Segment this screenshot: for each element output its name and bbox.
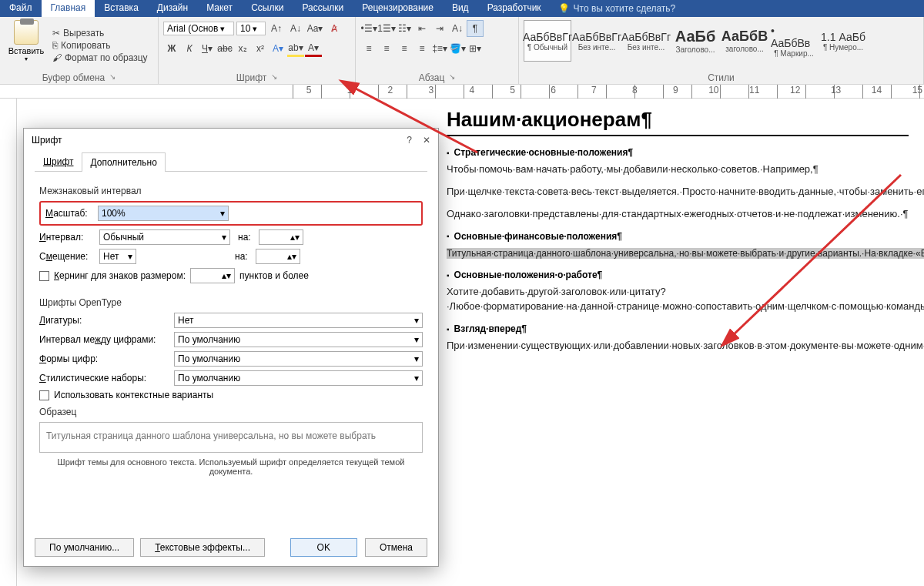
ruler-vertical[interactable] bbox=[3, 99, 17, 586]
help-icon[interactable]: ? bbox=[407, 135, 412, 146]
heading-2[interactable]: Основные·положения·о·работе¶ bbox=[447, 270, 909, 280]
num-forms-combo[interactable]: По умолчанию▾ bbox=[174, 351, 423, 367]
heading-2[interactable]: Основные·финансовые·положения¶ bbox=[447, 231, 909, 242]
multilevel-button[interactable]: ☷▾ bbox=[396, 20, 413, 37]
font-size-combo[interactable]: 10 ▾ bbox=[236, 22, 266, 35]
style-item[interactable]: АаБбВвГгБез инте... bbox=[573, 20, 621, 62]
num-spacing-combo[interactable]: По умолчанию▾ bbox=[174, 332, 423, 347]
kerning-checkbox[interactable] bbox=[39, 271, 49, 281]
superscript-button[interactable]: x² bbox=[252, 40, 269, 57]
tab-layout[interactable]: Макет bbox=[197, 0, 242, 17]
section-label: Межзнаковый интервал bbox=[39, 186, 423, 196]
contextual-checkbox[interactable] bbox=[39, 390, 49, 400]
tab-design[interactable]: Дизайн bbox=[148, 0, 197, 17]
text-effects-button[interactable]: A▾ bbox=[270, 40, 286, 57]
kerning-size-spin[interactable]: ▴▾ bbox=[190, 268, 235, 283]
strike-button[interactable]: abc bbox=[216, 40, 233, 57]
borders-button[interactable]: ⊞▾ bbox=[467, 40, 484, 57]
font-dialog: Шрифт ? ✕ Шрифт Дополнительно Межзнаковы… bbox=[23, 128, 439, 567]
tab-view[interactable]: Вид bbox=[443, 0, 478, 17]
justify-button[interactable]: ≡ bbox=[413, 40, 430, 57]
format-painter-button[interactable]: 🖌Формат по образцу bbox=[52, 52, 148, 63]
styles-gallery[interactable]: АаБбВвГг¶ Обычный АаБбВвГгБез инте... Аа… bbox=[524, 20, 919, 62]
paragraph-launcher-icon[interactable]: ↘ bbox=[449, 72, 455, 83]
style-item[interactable]: АаБбВзаголово... bbox=[721, 20, 768, 62]
tab-insert[interactable]: Вставка bbox=[95, 0, 148, 17]
paste-button[interactable]: Вставить ▾ bbox=[5, 20, 48, 71]
shrink-font-button[interactable]: A↓ bbox=[287, 20, 304, 37]
sort-button[interactable]: A↓ bbox=[449, 20, 466, 37]
group-styles: АаБбВвГг¶ Обычный АаБбВвГгБез инте... Аа… bbox=[519, 17, 924, 84]
default-button[interactable]: По умолчанию... bbox=[35, 538, 134, 557]
dialog-tab-advanced[interactable]: Дополнительно bbox=[82, 152, 165, 172]
tell-me[interactable]: 💡Что вы хотите сделать? bbox=[551, 0, 684, 17]
tab-references[interactable]: Ссылки bbox=[242, 0, 293, 17]
text-effects-button[interactable]: Текстовые эффекты... bbox=[140, 538, 265, 557]
group-font: Arial (Основ ▾ 10 ▾ A↑ A↓ Aa▾ A̷ Ж К Ч▾ … bbox=[159, 17, 356, 84]
copy-button[interactable]: ⎘Копировать bbox=[52, 40, 148, 51]
dialog-tab-font[interactable]: Шрифт bbox=[35, 152, 82, 171]
subscript-button[interactable]: x₂ bbox=[234, 40, 251, 57]
change-case-button[interactable]: Aa▾ bbox=[306, 20, 323, 37]
show-marks-button[interactable]: ¶ bbox=[467, 20, 484, 37]
paragraph[interactable]: Титульная·страница·данного·шаблона·униве… bbox=[447, 246, 909, 261]
interval-combo[interactable]: Обычный▾ bbox=[99, 229, 230, 245]
align-right-button[interactable]: ≡ bbox=[396, 40, 413, 57]
interval-value-spin[interactable]: ▴▾ bbox=[259, 229, 303, 245]
clipboard-launcher-icon[interactable]: ↘ bbox=[109, 72, 116, 83]
dialog-title: Шрифт bbox=[32, 135, 62, 146]
tab-home[interactable]: Главная bbox=[42, 0, 95, 17]
scale-combo[interactable]: 100%▾ bbox=[98, 206, 229, 221]
ligatures-label: Лигатуры: bbox=[39, 315, 166, 326]
underline-button[interactable]: Ч▾ bbox=[199, 40, 216, 57]
scissors-icon: ✂ bbox=[52, 28, 60, 39]
tab-review[interactable]: Рецензирование bbox=[353, 0, 443, 17]
paragraph[interactable]: Чтобы·помочь·вам·начать·работу,·мы·добав… bbox=[447, 162, 909, 177]
paragraph[interactable]: Однако·заголовки·представлены·для·станда… bbox=[447, 207, 909, 222]
bold-button[interactable]: Ж bbox=[163, 40, 180, 57]
font-color-button[interactable]: A▾ bbox=[305, 40, 322, 57]
outdent-button[interactable]: ⇤ bbox=[413, 20, 430, 37]
style-item[interactable]: 1.1 АаБб¶ Нумеро... bbox=[819, 20, 867, 62]
bullets-button[interactable]: •☰▾ bbox=[360, 20, 377, 37]
ruler-horizontal[interactable]: 5123456789101112131415 bbox=[0, 85, 924, 99]
cut-button[interactable]: ✂Вырезать bbox=[52, 28, 148, 39]
tab-developer[interactable]: Разработчик bbox=[478, 0, 551, 17]
chevron-down-icon: ▾ bbox=[222, 232, 226, 243]
style-item[interactable]: • АаБбВв¶ Маркир... bbox=[770, 20, 818, 62]
offset-value-spin[interactable]: ▴▾ bbox=[256, 249, 300, 264]
tab-mailings[interactable]: Рассылки bbox=[293, 0, 353, 17]
align-center-button[interactable]: ≡ bbox=[378, 40, 395, 57]
offset-combo[interactable]: Нет▾ bbox=[99, 249, 136, 264]
heading-2[interactable]: Стратегические·основные·положения¶ bbox=[447, 147, 909, 158]
clear-format-button[interactable]: A̷ bbox=[326, 20, 343, 37]
numbering-button[interactable]: 1☰▾ bbox=[378, 20, 395, 37]
paragraph[interactable]: При·изменении·существующих·или·добавлени… bbox=[447, 339, 909, 353]
indent-button[interactable]: ⇥ bbox=[431, 20, 448, 37]
heading-1[interactable]: Нашим·акционерам¶ bbox=[447, 108, 909, 136]
ligatures-combo[interactable]: Нет▾ bbox=[174, 313, 423, 328]
document-page[interactable]: Нашим·акционерам¶ Стратегические·основны… bbox=[447, 108, 909, 361]
italic-button[interactable]: К bbox=[181, 40, 198, 57]
font-name-combo[interactable]: Arial (Основ ▾ bbox=[163, 22, 234, 35]
style-item[interactable]: АаБбЗаголово... bbox=[671, 20, 719, 62]
contextual-label: Использовать контекстные варианты bbox=[54, 390, 213, 400]
highlight-button[interactable]: ab▾ bbox=[287, 40, 304, 57]
chevron-down-icon: ▾ bbox=[220, 208, 225, 219]
bulb-icon: 💡 bbox=[558, 3, 570, 14]
style-normal[interactable]: АаБбВвГг¶ Обычный bbox=[524, 20, 571, 62]
close-icon[interactable]: ✕ bbox=[423, 135, 430, 146]
tab-file[interactable]: Файл bbox=[0, 0, 42, 17]
cancel-button[interactable]: Отмена bbox=[365, 538, 427, 557]
font-launcher-icon[interactable]: ↘ bbox=[271, 72, 277, 83]
stylistic-combo[interactable]: По умолчанию▾ bbox=[174, 370, 423, 386]
style-item[interactable]: АаБбВвГгБез инте... bbox=[622, 20, 670, 62]
grow-font-button[interactable]: A↑ bbox=[268, 20, 285, 37]
align-left-button[interactable]: ≡ bbox=[360, 40, 377, 57]
ok-button[interactable]: OK bbox=[290, 538, 357, 557]
paragraph[interactable]: Хотите·добавить·другой·заголовок·или·цит… bbox=[447, 285, 909, 314]
heading-2[interactable]: Взгляд·вперед¶ bbox=[447, 323, 909, 334]
shading-button[interactable]: 🪣▾ bbox=[449, 40, 466, 57]
paragraph[interactable]: При·щелчке·текста·совета·весь·текст·выде… bbox=[447, 185, 909, 199]
line-spacing-button[interactable]: ‡≡▾ bbox=[431, 40, 448, 57]
